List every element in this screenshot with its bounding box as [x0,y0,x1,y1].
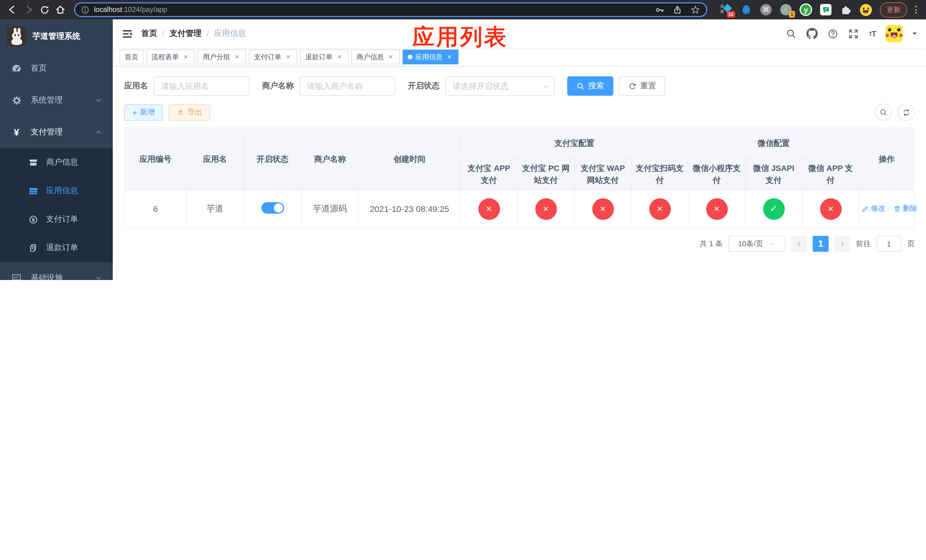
extensions-puzzle-icon[interactable] [840,3,852,16]
bookmark-star-icon[interactable] [690,5,701,15]
sidebar-item-infrastructure[interactable]: 基础设施 [0,262,113,280]
share-icon[interactable] [673,5,682,15]
site-info-icon[interactable] [81,5,89,14]
download-icon [177,108,185,116]
hamburger-fold-icon [122,28,133,39]
close-icon[interactable]: × [445,53,453,61]
sidebar-item-merchant-info[interactable]: 商户信息 [0,148,113,177]
sidebar-collapse-button[interactable] [122,28,133,39]
gear-icon [11,95,22,105]
yen-icon: ¥ [11,127,22,137]
browser-menu-button[interactable] [915,6,917,14]
sidebar-item-payment[interactable]: ¥ 支付管理 [0,116,113,148]
merchant-name-label: 商户名称 [262,81,294,91]
edit-link[interactable]: 修改 [862,204,885,214]
goto-page-input[interactable] [876,236,902,252]
y-extension-icon[interactable]: y [800,3,812,16]
chevron-down-icon [95,97,102,104]
close-icon[interactable]: × [336,53,343,61]
help-icon[interactable] [828,28,838,39]
breadcrumb-payment[interactable]: 支付管理 [170,29,201,39]
tab-user-group[interactable]: 用户分组× [198,50,246,64]
password-key-icon[interactable] [655,5,664,15]
sidebar-item-label: 系统管理 [31,95,63,105]
tab-process-form[interactable]: 流程表单× [146,50,195,64]
merchant-name-input[interactable] [300,76,395,96]
col-created: 创建时间 [359,128,460,190]
plus-icon: + [132,108,137,117]
reset-button[interactable]: 重置 [619,76,665,96]
page-size-select[interactable]: 10条/页 [728,236,785,252]
table-row: 6 芋道 芋道源码 2021-10-23 08:49:25 × × × × × … [124,190,914,228]
recorder-extension-icon[interactable]: 1 [780,3,792,16]
total-count: 共 1 条 [700,239,723,249]
sidebar-item-home[interactable]: 首页 [0,52,113,84]
browser-update-button[interactable]: 更新 [880,2,907,17]
command-extension-icon[interactable]: ⌘ [760,3,772,16]
col-wx-mini: 微信小程序支付 [688,159,745,190]
forward-arrow-icon [23,4,34,15]
close-icon[interactable]: × [182,53,190,61]
close-icon[interactable]: × [233,53,241,61]
status-select[interactable] [445,76,555,96]
trash-icon [894,205,901,212]
extensions-strip: 10 ⌘ 1 y [720,3,872,16]
search-button[interactable]: 搜索 [567,76,613,96]
sidebar-item-app-info[interactable]: 应用信息 [0,177,113,205]
document-icon [27,243,39,253]
tab-pay-orders[interactable]: 支付订单× [249,50,297,64]
tab-home[interactable]: 首页 [120,50,144,64]
profile-emoji-icon[interactable] [859,3,872,16]
delete-link[interactable]: 删除 [894,204,917,214]
status-select-input[interactable] [445,76,555,96]
cell-created: 2021-10-23 08:49:25 [359,190,460,228]
browser-back-button[interactable] [6,3,20,17]
user-avatar[interactable] [885,25,903,42]
browser-reload-button[interactable] [38,3,51,17]
chat-extension-icon[interactable] [820,3,832,16]
app-name-input[interactable] [154,76,250,96]
filter-form: 应用名 商户名称 开启状态 [124,76,915,96]
refresh-table-button[interactable] [897,104,915,121]
pinned-extension-icon[interactable]: 10 [720,3,732,16]
extension-badge: 1 [789,11,795,18]
toggle-search-button[interactable] [875,104,892,121]
col-alipay-app: 支付宝 APP 支付 [460,159,517,190]
address-bar[interactable]: localhost:1024/pay/app [74,2,707,17]
current-page-button[interactable]: 1 [813,236,829,252]
app-logo [7,27,26,46]
sidebar-item-pay-orders[interactable]: 支付订单 [0,205,113,233]
tab-refund-orders[interactable]: 退款订单× [300,50,348,64]
chevron-down-icon [95,275,102,280]
cell-status [244,190,301,228]
sidebar-logo-row[interactable]: 芋道管理系统 [0,20,113,52]
avatar-caret-icon[interactable] [912,32,917,37]
header-search-icon[interactable] [786,28,797,39]
browser-forward-button[interactable] [22,3,35,17]
github-icon[interactable] [807,28,818,39]
prev-page-button[interactable]: ‹ [791,236,807,252]
breadcrumb-home[interactable]: 首页 [141,29,157,39]
balloon-extension-icon[interactable] [740,3,752,16]
sidebar-item-system[interactable]: 系统管理 [0,84,113,116]
close-icon[interactable]: × [387,53,395,61]
fullscreen-icon[interactable] [848,28,859,39]
top-navbar: 首页 / 支付管理 / 应用信息 [113,20,926,48]
sidebar-item-refund-orders[interactable]: 退款订单 [0,233,113,262]
tab-merchant-info[interactable]: 商户信息× [351,50,400,64]
enabled-toggle[interactable] [261,202,284,213]
close-icon[interactable]: × [284,53,292,61]
font-size-icon[interactable]: TT [869,29,876,38]
col-status: 开启状态 [244,128,301,190]
sidebar-item-label: 基础设施 [31,273,63,280]
refresh-icon [902,108,910,117]
browser-home-button[interactable] [53,3,67,17]
sidebar: 芋道管理系统 首页 系统管理 ¥ 支付管理 [0,20,113,280]
alipay-pc-status-badge: × [535,198,557,219]
next-page-button[interactable]: › [834,236,850,252]
add-button[interactable]: + 新增 [124,104,163,121]
extension-badge: 10 [726,11,735,18]
col-alipay-wap: 支付宝 WAP 网站支付 [574,159,631,190]
export-button[interactable]: 导出 [169,104,210,121]
sidebar-item-label: 商户信息 [46,157,78,168]
